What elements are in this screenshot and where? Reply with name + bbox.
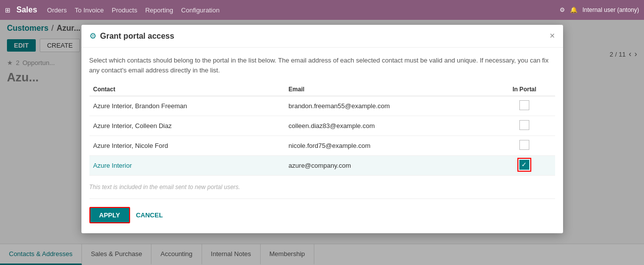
nav-orders[interactable]: Orders <box>47 6 67 14</box>
in-portal-cell <box>494 116 555 136</box>
modal-description: Select which contacts should belong to t… <box>89 56 555 75</box>
top-nav: Orders To Invoice Products Reporting Con… <box>47 6 560 14</box>
topbar: ⊞ Sales Orders To Invoice Products Repor… <box>0 0 644 20</box>
col-header-contact: Contact <box>89 83 285 96</box>
contact-name: Azure Interior, Brandon Freeman <box>89 96 285 116</box>
portal-access-table: Contact Email In Portal Azure Interior, … <box>89 83 555 176</box>
contact-name: Azure Interior, Colleen Diaz <box>89 116 285 136</box>
app-name[interactable]: Sales <box>16 5 37 14</box>
modal-title-row: ⚙ Grant portal access <box>89 31 174 41</box>
grant-portal-access-modal: ⚙ Grant portal access × Select which con… <box>81 25 563 233</box>
in-portal-cell-checked <box>494 156 555 176</box>
nav-reporting[interactable]: Reporting <box>145 6 173 14</box>
modal-body: Select which contacts should belong to t… <box>81 48 563 233</box>
settings-icon[interactable]: ⚙ <box>560 6 565 13</box>
modal-divider <box>89 199 555 199</box>
user-menu[interactable]: Internal user (antony) <box>582 6 639 13</box>
table-row: Azure Interior, Colleen Diaz colleen.dia… <box>89 116 555 136</box>
apply-button[interactable]: APPLY <box>89 207 130 223</box>
contact-email: brandon.freeman55@example.com <box>285 96 494 116</box>
portal-checkbox[interactable] <box>519 140 529 150</box>
table-row: Azure Interior, Brandon Freeman brandon.… <box>89 96 555 116</box>
main-background: Customers / Azur... EDIT CREATE 2 / 11 ‹… <box>0 20 644 265</box>
contact-email: azure@company.com <box>285 156 494 176</box>
contact-name: Azure Interior, Nicole Ford <box>89 136 285 156</box>
col-header-in-portal: In Portal <box>494 83 555 96</box>
modal-header: ⚙ Grant portal access × <box>81 25 563 48</box>
nav-configuration[interactable]: Configuration <box>181 6 219 14</box>
notifications-icon[interactable]: 🔔 <box>570 6 577 13</box>
grid-icon[interactable]: ⊞ <box>5 6 10 14</box>
table-row-highlighted: Azure Interior azure@company.com <box>89 156 555 176</box>
modal-close-button[interactable]: × <box>550 31 555 41</box>
portal-checkbox[interactable] <box>519 100 529 110</box>
in-portal-cell <box>494 96 555 116</box>
modal-footer: APPLY CANCEL <box>89 205 555 225</box>
table-row: Azure Interior, Nicole Ford nicole.ford7… <box>89 136 555 156</box>
modal-overlay: ⚙ Grant portal access × Select which con… <box>0 20 644 265</box>
contact-email: nicole.ford75@example.com <box>285 136 494 156</box>
portal-checkbox[interactable] <box>519 120 529 130</box>
email-note: This text is included in the email sent … <box>89 184 555 191</box>
col-header-email: Email <box>285 83 494 96</box>
nav-to-invoice[interactable]: To Invoice <box>75 6 104 14</box>
contact-email: colleen.diaz83@example.com <box>285 116 494 136</box>
cancel-button[interactable]: CANCEL <box>136 211 163 219</box>
contact-name-link[interactable]: Azure Interior <box>89 156 285 176</box>
portal-checkbox-checked[interactable] <box>519 160 529 170</box>
in-portal-cell <box>494 136 555 156</box>
nav-products[interactable]: Products <box>112 6 137 14</box>
modal-title-icon: ⚙ <box>89 31 96 41</box>
topbar-right: ⚙ 🔔 Internal user (antony) <box>560 6 639 13</box>
modal-title: Grant portal access <box>100 32 174 41</box>
